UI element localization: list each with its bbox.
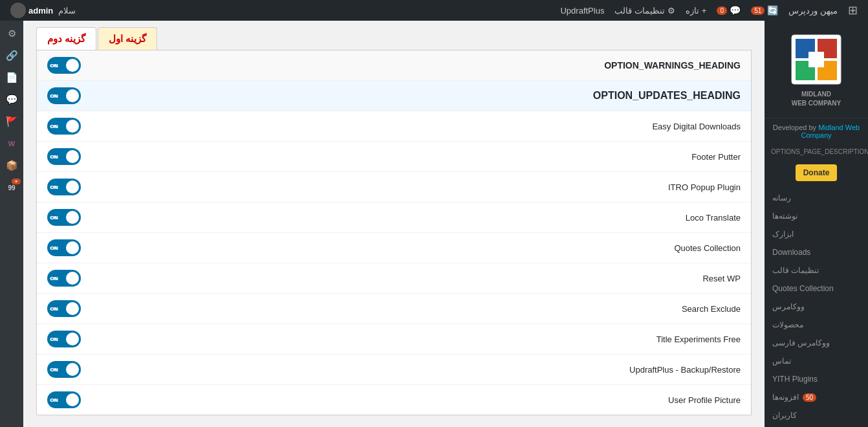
- side-icon-box[interactable]: 📦: [1, 155, 22, 176]
- tab-first[interactable]: گزینه اول: [98, 27, 157, 50]
- warnings-toggle-wrap[interactable]: ON: [47, 57, 81, 74]
- menu-label-theme: تنظیمات قالب: [772, 266, 819, 275]
- sidebar-item-plugins[interactable]: 50 افزونه‌ها: [765, 388, 868, 406]
- adminbar-site-name[interactable]: میهن وردپرس: [783, 0, 843, 21]
- side-icon-settings[interactable]: ⚙: [1, 23, 22, 44]
- plugin-name-5: Reset WP: [702, 274, 741, 283]
- menu-label-widgets: ابزارک: [772, 230, 794, 239]
- updates-toggle-wrap[interactable]: ON: [47, 87, 81, 104]
- toggle-title-experiments[interactable]: ON: [47, 331, 81, 347]
- menu-label-posts: نوشته‌ها: [772, 212, 797, 221]
- plugin-row-0: ON Easy Digital Downloads: [37, 111, 751, 142]
- warnings-section-heading: ON OPTION_WARNINGS_HEADING: [37, 50, 751, 81]
- side-icon-flag[interactable]: 🚩: [1, 111, 22, 132]
- tab-first-label: گزینه اول: [109, 33, 146, 44]
- sidebar-item-widgets[interactable]: ابزارک: [765, 225, 868, 243]
- plugin-row-8: ON UpdraftPlus - Backup/Restore: [37, 355, 751, 385]
- tab-second[interactable]: گزینه دوم: [36, 27, 96, 50]
- plugin-name-4: Quotes Collection: [674, 243, 741, 253]
- updates-section-heading: ON OPTION_UPDATES_HEADING: [37, 81, 751, 111]
- toggle-reset-wp[interactable]: ON: [47, 270, 81, 287]
- plugin-name-2: ITRO Popup Plugin: [668, 182, 741, 192]
- adminbar-comments[interactable]: 💬 0: [711, 0, 746, 21]
- sidebar-item-media[interactable]: رسانه: [765, 189, 868, 207]
- adminbar-updates[interactable]: 🔄 51: [746, 0, 783, 21]
- sidebar-item-yith[interactable]: YITH Plugins: [765, 370, 868, 388]
- sidebar-menu: رسانه نوشته‌ها ابزارک Downloads تنظیمات …: [765, 186, 868, 427]
- toggle-footer-putter[interactable]: ON: [47, 148, 81, 165]
- plugin-name-0: Easy Digital Downloads: [652, 122, 741, 131]
- menu-label-products: محصولات: [772, 320, 803, 329]
- menu-label-downloads: Downloads: [772, 248, 810, 257]
- plugin-list: ON Easy Digital Downloads: [37, 111, 751, 415]
- sidebar-item-products[interactable]: محصولات: [765, 316, 868, 334]
- sidebar-item-theme-settings[interactable]: تنظیمات قالب: [765, 261, 868, 279]
- toggle-updraftplus[interactable]: ON: [47, 361, 81, 378]
- plugin-row-4: ON Quotes Collection: [37, 233, 751, 263]
- desc-text: OPTIONS_PAGE_DESCRIPTION_NOTE: [771, 148, 868, 155]
- main-content: گزینه اول گزینه دوم ON: [23, 21, 765, 427]
- logo-line1: MIDLAND: [801, 91, 831, 98]
- side-icon-woo[interactable]: W: [1, 133, 22, 154]
- svg-rect-5: [808, 52, 824, 67]
- warnings-toggle[interactable]: ON: [47, 57, 81, 74]
- dev-text: Developed by: [773, 124, 816, 131]
- plugin-row-3: ON Loco Translate: [37, 203, 751, 233]
- sidebar-item-downloads[interactable]: Downloads: [765, 243, 868, 261]
- menu-label-yith: YITH Plugins: [772, 375, 818, 384]
- user-name: admin: [28, 6, 53, 16]
- site-name-label: میهن وردپرس: [788, 6, 838, 16]
- sidebar-item-contact[interactable]: تماس: [765, 352, 868, 370]
- adminbar-plugin[interactable]: UpdraftPlus: [555, 0, 609, 21]
- sidebar-donate-area: Donate: [765, 159, 868, 186]
- menu-label-quotes: Quotes Collection: [772, 284, 834, 293]
- donate-button[interactable]: Donate: [796, 164, 838, 181]
- adminbar-theme-settings[interactable]: ⚙ تنظیمات قالب: [609, 0, 680, 21]
- updates-toggle-label: ON: [50, 93, 58, 99]
- side-icon-bar: ⚙ 🔗 📄 💬 🚩 W 📦 99 +: [0, 21, 23, 427]
- plugin-row-7: ON Title Experiments Free: [37, 324, 751, 355]
- plugin-row-6: ON Search Exclude: [37, 294, 751, 324]
- warnings-toggle-label: ON: [50, 63, 58, 69]
- theme-settings-label: تنظیمات قالب: [614, 6, 665, 16]
- admin-bar: ⊞ میهن وردپرس 🔄 51 💬 0 + تازه ⚙ تنظیمات …: [0, 0, 868, 21]
- tab-second-label: گزینه دوم: [47, 33, 85, 44]
- menu-label-plugins: افزونه‌ها: [772, 393, 799, 402]
- plugin-row-1: ON Footer Putter: [37, 142, 751, 172]
- sidebar-item-posts[interactable]: نوشته‌ها: [765, 207, 868, 225]
- toggle-easy-digital[interactable]: ON: [47, 118, 81, 135]
- plugin-row-9: ON User Profile Picture: [37, 385, 751, 415]
- updates-toggle[interactable]: ON: [47, 87, 81, 104]
- sidebar: MIDLAND WEB COMPANY Developed by Midland…: [765, 21, 868, 427]
- adminbar-wp-logo[interactable]: ⊞: [843, 0, 863, 21]
- side-icon-comment[interactable]: 💬: [1, 89, 22, 110]
- side-icon-link[interactable]: 🔗: [1, 45, 22, 66]
- sidebar-item-users[interactable]: کاربران: [765, 406, 868, 424]
- adminbar-new[interactable]: + تازه: [680, 0, 711, 21]
- side-icon-page[interactable]: 📄: [1, 67, 22, 88]
- side-icon-badge[interactable]: 99 +: [1, 177, 22, 198]
- sidebar-item-quotes[interactable]: Quotes Collection: [765, 279, 868, 298]
- side-badge-count: +: [12, 179, 21, 184]
- toggle-quotes-collection[interactable]: ON: [47, 239, 81, 256]
- settings-panel: ON OPTION_WARNINGS_HEADING ON: [36, 50, 752, 415]
- sidebar-item-tools[interactable]: ابزارها: [765, 424, 868, 427]
- menu-label-woo-fa: ووکامرس فارسی: [772, 338, 830, 347]
- menu-label-contact: تماس: [772, 356, 791, 366]
- updates-badge: 51: [751, 6, 765, 15]
- adminbar-user[interactable]: سلام admin: [5, 0, 81, 21]
- toggle-user-profile[interactable]: ON: [47, 391, 81, 408]
- sidebar-logo: MIDLAND WEB COMPANY: [765, 21, 868, 118]
- sidebar-item-woo[interactable]: ووکامرس: [765, 298, 868, 316]
- plugin-name-9: User Profile Picture: [668, 395, 741, 405]
- toggle-loco-translate[interactable]: ON: [47, 209, 81, 226]
- toggle-search-exclude[interactable]: ON: [47, 300, 81, 317]
- plugin-name-1: Footer Putter: [691, 152, 741, 162]
- menu-label-media: رسانه: [772, 193, 791, 203]
- sidebar-item-woo-fa[interactable]: ووکامرس فارسی: [765, 334, 868, 352]
- tab-navigation: گزینه اول گزینه دوم: [36, 27, 752, 50]
- plugin-name-7: Title Experiments Free: [656, 334, 741, 344]
- logo-line2: WEB COMPANY: [792, 100, 841, 107]
- toggle-itro-popup[interactable]: ON: [47, 179, 81, 195]
- plugin-label: UpdraftPlus: [560, 6, 604, 16]
